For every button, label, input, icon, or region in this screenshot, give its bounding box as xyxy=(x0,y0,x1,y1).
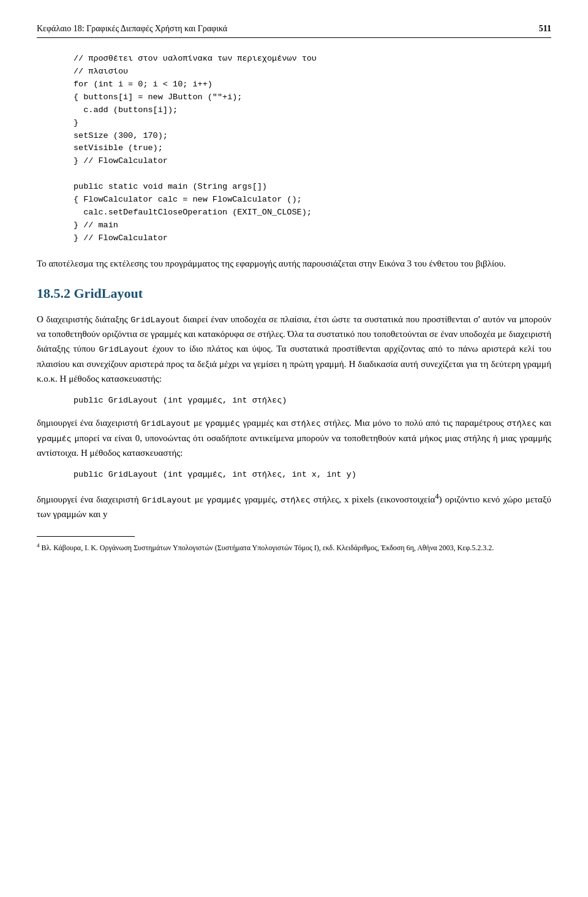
inline-code-stiles-3: στήλες xyxy=(281,496,311,505)
inline-code-grammes-2: γραμμές xyxy=(37,434,72,444)
footnote: 4 Βλ. Κάβουρα, Ι. Κ. Οργάνωση Συστημάτων… xyxy=(37,542,551,553)
inline-code-stiles-2: στήλες xyxy=(507,419,537,428)
inline-code-stiles-1: στήλες xyxy=(291,419,321,428)
inline-code-gridlayout-4: GridLayout xyxy=(142,496,192,505)
page-header: Κεφάλαιο 18: Γραφικές Διεπαφές Χρήστη κα… xyxy=(37,22,551,38)
code-block-1: // προσθέτει στον υαλοπίνακα των περιεχο… xyxy=(74,53,551,245)
footnote-number: 4 xyxy=(37,542,40,548)
inline-code-gridlayout-3: GridLayout xyxy=(141,419,190,428)
footnote-text: Βλ. Κάβουρα, Ι. Κ. Οργάνωση Συστημάτων Υ… xyxy=(42,543,494,552)
header-chapter-title: Κεφάλαιο 18: Γραφικές Διεπαφές Χρήστη κα… xyxy=(37,22,227,35)
page: Κεφάλαιο 18: Γραφικές Διεπαφές Χρήστη κα… xyxy=(0,0,588,590)
constructor-1: public GridLayout (int γραμμές, int στήλ… xyxy=(74,395,551,407)
inline-code-gridlayout-1: GridLayout xyxy=(130,316,180,325)
header-page-number: 511 xyxy=(539,22,551,35)
result-paragraph: Το αποτέλεσμα της εκτέλεσης του προγράμμ… xyxy=(37,256,551,271)
paragraph-2: δημιουργεί ένα διαχειριστή GridLayout με… xyxy=(37,415,551,460)
inline-code-grammes-3: γραμμές xyxy=(206,496,241,505)
inline-code-grammes-1: γραμμές xyxy=(205,419,240,428)
section-heading: 18.5.2 GridLayout xyxy=(37,283,551,303)
section-title: GridLayout xyxy=(74,286,143,301)
section-number: 18.5.2 xyxy=(37,286,70,301)
paragraph-3: δημιουργεί ένα διαχειριστή GridLayout με… xyxy=(37,490,551,522)
constructor-2: public GridLayout (int γραμμές, int στήλ… xyxy=(74,469,551,481)
footnote-divider xyxy=(37,536,135,537)
inline-code-gridlayout-2: GridLayout xyxy=(99,345,149,354)
paragraph-1: Ο διαχειριστής διάταξης GridLayout διαιρ… xyxy=(37,312,551,386)
